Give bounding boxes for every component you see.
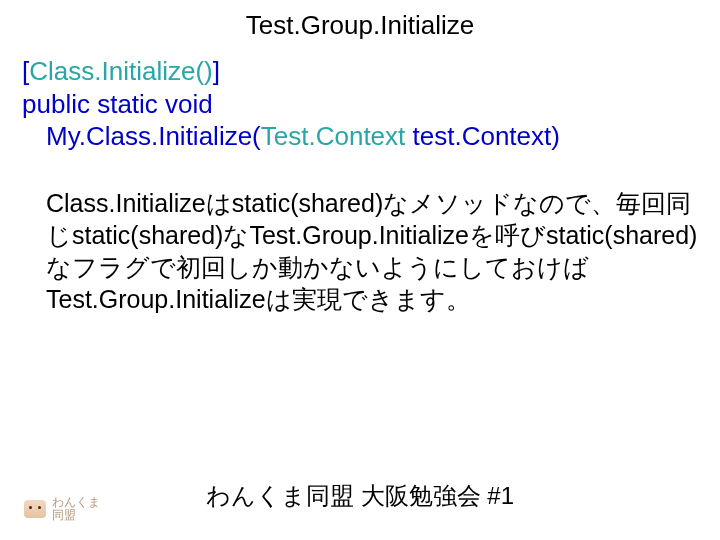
param-type: Test.Context — [261, 121, 406, 151]
method-prefix: My.Class.Initialize( — [46, 121, 261, 151]
attribute-line: [Class.Initialize()] — [22, 55, 698, 88]
footer-title: わんくま同盟 大阪勉強会 #1 — [0, 480, 720, 512]
logo-line-2: 同盟 — [52, 509, 100, 522]
slide: Test.Group.Initialize [Class.Initialize(… — [0, 0, 720, 540]
logo: わんくま 同盟 — [24, 496, 100, 522]
code-block: [Class.Initialize()] public static void … — [22, 55, 698, 153]
attribute-name: Class.Initialize() — [29, 56, 213, 86]
method-signature: My.Class.Initialize(Test.Context test.Co… — [22, 120, 698, 153]
modifiers-line: public static void — [22, 88, 698, 121]
slide-title: Test.Group.Initialize — [22, 10, 698, 41]
explanation-paragraph: Class.Initializeはstatic(shared)なメソッドなので、… — [22, 187, 698, 315]
bear-icon — [24, 500, 46, 518]
bracket-close: ] — [213, 56, 220, 86]
param-rest: test.Context) — [405, 121, 560, 151]
logo-text: わんくま 同盟 — [52, 496, 100, 522]
spacer — [22, 153, 698, 187]
logo-line-1: わんくま — [52, 496, 100, 509]
footer-bar: わんくま同盟 大阪勉強会 #1 — [0, 472, 720, 520]
